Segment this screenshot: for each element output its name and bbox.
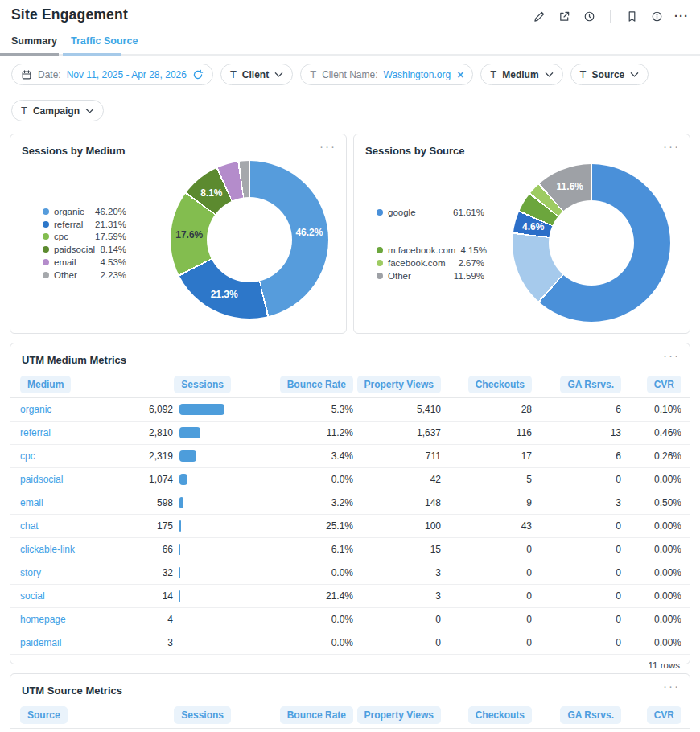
card-menu-icon[interactable]: ··· xyxy=(319,139,336,153)
legend-label: referral xyxy=(54,220,90,229)
legend-label: email xyxy=(54,257,95,267)
legend-item-facebook-com[interactable]: facebook.com2.67% xyxy=(377,257,484,269)
column-header-sessions[interactable]: Sessions xyxy=(174,376,231,393)
cvr-value: 0.00% xyxy=(621,567,681,578)
row-link-story[interactable]: story xyxy=(20,567,123,578)
column-header-ga-rsrvs[interactable]: GA Rsrvs. xyxy=(560,376,621,393)
source-filter-chip[interactable]: T Source xyxy=(570,64,649,85)
sessions-value: 14 xyxy=(123,590,173,602)
table-row: paidemail30.0%0000.00% xyxy=(10,631,690,655)
chevron-down-icon xyxy=(274,72,283,78)
bounce-rate-value: 0.0% xyxy=(231,614,353,625)
legend-value: 2.67% xyxy=(458,258,484,268)
row-count: 11 rows xyxy=(10,655,690,675)
tab-traffic-source[interactable]: Traffic Source xyxy=(71,35,138,54)
history-icon[interactable] xyxy=(582,9,596,23)
sessions-by-medium-card: Sessions by Medium ··· organic46.20%refe… xyxy=(10,134,347,334)
column-header-bounce-rate[interactable]: Bounce Rate xyxy=(280,706,353,724)
card-menu-icon[interactable]: ··· xyxy=(663,139,680,153)
legend-item-Other[interactable]: Other11.59% xyxy=(377,269,484,282)
property-views-value: 100 xyxy=(353,520,441,532)
column-header-checkouts[interactable]: Checkouts xyxy=(468,706,532,724)
column-header-sessions[interactable]: Sessions xyxy=(174,706,231,724)
legend-item-google[interactable]: google61.61% xyxy=(377,206,484,219)
row-link-social[interactable]: social xyxy=(20,590,123,602)
cvr-value: 0.00% xyxy=(621,590,681,602)
legend-value: 61.61% xyxy=(453,208,484,217)
legend-dot xyxy=(43,272,49,278)
text-filter-icon: T xyxy=(580,68,587,80)
column-header-property-views[interactable]: Property Views xyxy=(357,376,441,393)
column-header-ga-rsrvs[interactable]: GA Rsrvs. xyxy=(560,706,621,724)
client-filter-chip[interactable]: T Client xyxy=(220,64,293,85)
refresh-icon[interactable] xyxy=(192,69,204,80)
row-link-homepage[interactable]: homepage xyxy=(20,614,123,625)
charts-row: Sessions by Medium ··· organic46.20%refe… xyxy=(0,123,700,334)
card-menu-icon[interactable]: ··· xyxy=(663,348,680,362)
slice-label: 21.3% xyxy=(211,289,238,300)
legend-item-organic[interactable]: organic46.20% xyxy=(43,205,126,218)
checkouts-value: 0 xyxy=(441,590,532,602)
cvr-value: 0.00% xyxy=(621,474,681,485)
medium-filter-chip[interactable]: T Medium xyxy=(480,64,562,85)
export-icon[interactable] xyxy=(557,9,571,23)
utm-source-metrics-card: UTM Source Metrics ··· Source Sessions B… xyxy=(10,673,690,732)
column-header-property-views[interactable]: Property Views xyxy=(357,706,441,724)
date-filter-chip[interactable]: Date: Nov 11, 2025 - Apr 28, 2026 xyxy=(11,64,213,85)
bounce-rate-value: 0.0% xyxy=(231,567,353,578)
client-name-filter-chip[interactable]: T Client Name: Washington.org × xyxy=(300,64,473,85)
more-icon[interactable]: ··· xyxy=(674,9,689,23)
bounce-rate-value: 3.4% xyxy=(231,450,353,462)
legend-item-cpc[interactable]: cpc17.59% xyxy=(43,231,126,244)
table-header-row: Medium Sessions Bounce Rate Property Vie… xyxy=(10,372,690,398)
tab-summary[interactable]: Summary xyxy=(11,35,57,54)
row-link-paidsocial[interactable]: paidsocial xyxy=(20,474,123,485)
chart-title: Sessions by Source xyxy=(365,145,678,157)
card-menu-icon[interactable]: ··· xyxy=(663,679,680,693)
legend-label: cpc xyxy=(54,232,90,241)
sessions-value: 598 xyxy=(123,497,173,508)
close-icon[interactable]: × xyxy=(457,68,463,81)
bookmark-icon[interactable] xyxy=(624,9,639,23)
row-link-cpc[interactable]: cpc xyxy=(20,450,123,462)
column-header-medium[interactable]: Medium xyxy=(20,376,71,393)
legend-value: 4.53% xyxy=(100,257,126,267)
column-header-source[interactable]: Source xyxy=(20,706,68,724)
info-icon[interactable] xyxy=(649,9,664,23)
legend-item-paidsocial[interactable]: paidsocial8.14% xyxy=(43,243,126,256)
checkouts-value: 0 xyxy=(441,544,532,555)
utm-medium-metrics-card: UTM Medium Metrics ··· Medium Sessions B… xyxy=(10,343,690,664)
column-header-bounce-rate[interactable]: Bounce Rate xyxy=(280,376,353,393)
row-link-paidemail[interactable]: paidemail xyxy=(20,637,123,648)
legend-item-email[interactable]: email4.53% xyxy=(43,256,126,269)
legend-label: m.facebook.com xyxy=(388,245,455,255)
row-link-email[interactable]: email xyxy=(20,497,123,508)
donut-chart-medium[interactable]: 46.2%21.3%17.6%8.1% xyxy=(171,161,328,319)
client-filter-label: Client xyxy=(242,69,269,80)
text-filter-icon: T xyxy=(310,68,316,80)
legend-dot xyxy=(43,259,49,265)
legend-item-m-facebook-com[interactable]: m.facebook.com4.15% xyxy=(377,244,484,257)
column-header-cvr[interactable]: CVR xyxy=(647,706,681,724)
column-header-checkouts[interactable]: Checkouts xyxy=(468,376,532,393)
checkouts-value: 0 xyxy=(441,637,532,648)
table-row: google8,0035%5,88040120.15% xyxy=(10,729,690,732)
tab-underline-summary xyxy=(0,53,59,56)
date-filter-label: Date: xyxy=(38,69,61,80)
column-header-cvr[interactable]: CVR xyxy=(647,376,681,393)
row-link-referral[interactable]: referral xyxy=(20,427,123,438)
campaign-filter-chip[interactable]: T Campaign xyxy=(11,100,104,121)
legend-label: Other xyxy=(54,270,95,280)
edit-icon[interactable] xyxy=(532,9,546,23)
property-views-value: 3 xyxy=(353,567,441,578)
legend-item-Other[interactable]: Other2.23% xyxy=(43,269,126,282)
row-link-clickable-link[interactable]: clickable-link xyxy=(20,544,123,555)
row-link-organic[interactable]: organic xyxy=(20,404,123,415)
legend-item-referral[interactable]: referral21.31% xyxy=(43,218,126,231)
app-header: Site Engagement ··· xyxy=(0,0,700,23)
ga-rsrvs-value: 0 xyxy=(532,520,621,532)
legend-value: 8.14% xyxy=(100,245,126,254)
property-views-value: 0 xyxy=(353,637,441,648)
row-link-chat[interactable]: chat xyxy=(20,520,123,532)
donut-chart-source[interactable]: 4.6%11.6% xyxy=(513,164,670,322)
